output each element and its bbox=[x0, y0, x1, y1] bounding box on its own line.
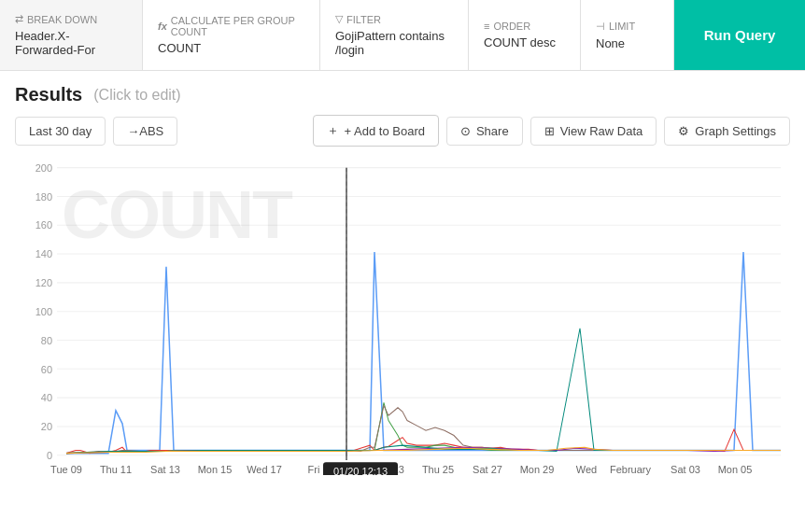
filter-label: ▽ FILTER bbox=[335, 13, 453, 25]
svg-text:Tue 09: Tue 09 bbox=[50, 464, 82, 475]
run-query-button[interactable]: Run Query bbox=[674, 0, 805, 70]
order-icon: ≡ bbox=[484, 21, 489, 32]
x-axis: Tue 09 Thu 11 Sat 13 Mon 15 Wed 17 Fri T… bbox=[50, 168, 752, 475]
order-value: COUNT desc bbox=[484, 35, 565, 49]
order-label: ≡ ORDER bbox=[484, 21, 565, 32]
breakdown-item[interactable]: ⇄ BREAK DOWN Header.X-Forwarded-For bbox=[0, 0, 143, 70]
limit-label: ⊣ LIMIT bbox=[596, 21, 658, 33]
svg-text:February: February bbox=[610, 464, 651, 475]
breakdown-label: ⇄ BREAK DOWN bbox=[15, 13, 127, 25]
toolbar: ⇄ BREAK DOWN Header.X-Forwarded-For fx C… bbox=[0, 0, 805, 71]
svg-text:Sat 13: Sat 13 bbox=[150, 464, 180, 475]
svg-text:Thu 11: Thu 11 bbox=[100, 464, 132, 475]
limit-item[interactable]: ⊣ LIMIT None bbox=[581, 0, 674, 70]
abs-button[interactable]: →ABS bbox=[113, 117, 177, 146]
calculate-item[interactable]: fx CALCULATE PER GROUP COUNT COUNT bbox=[143, 0, 320, 70]
svg-text:80: 80 bbox=[41, 334, 52, 345]
limit-icon: ⊣ bbox=[596, 21, 605, 33]
breakdown-icon: ⇄ bbox=[15, 13, 23, 25]
svg-text:100: 100 bbox=[35, 306, 52, 317]
calculate-label: fx CALCULATE PER GROUP COUNT bbox=[158, 15, 304, 37]
results-header: Results (Click to edit) bbox=[0, 71, 805, 115]
svg-text:140: 140 bbox=[35, 248, 52, 259]
filter-item[interactable]: ▽ FILTER GojiPattern contains /login bbox=[320, 0, 469, 70]
svg-text:Sat 03: Sat 03 bbox=[671, 464, 700, 475]
svg-text:Sat 27: Sat 27 bbox=[473, 464, 502, 475]
plus-icon: ＋ bbox=[327, 122, 339, 139]
table-icon: ⊞ bbox=[544, 124, 555, 138]
svg-text:180: 180 bbox=[35, 190, 52, 202]
gear-icon: ⚙ bbox=[678, 124, 689, 138]
svg-text:20: 20 bbox=[41, 421, 52, 432]
svg-text:Mon 05: Mon 05 bbox=[718, 464, 753, 475]
calculate-value: COUNT bbox=[158, 41, 304, 55]
svg-text:Fri: Fri bbox=[308, 464, 320, 475]
graph-settings-button[interactable]: ⚙ Graph Settings bbox=[664, 117, 790, 146]
filter-value: GojiPattern contains /login bbox=[335, 29, 453, 57]
add-to-board-button[interactable]: ＋ + Add to Board bbox=[313, 115, 439, 147]
svg-text:60: 60 bbox=[41, 363, 52, 374]
share-icon: ⊙ bbox=[460, 124, 471, 138]
view-raw-data-button[interactable]: ⊞ View Raw Data bbox=[530, 117, 657, 146]
tooltip-text: 01/20 12:13 bbox=[333, 466, 388, 475]
svg-text:Wed 17: Wed 17 bbox=[247, 464, 282, 475]
svg-text:0: 0 bbox=[47, 450, 52, 461]
order-item[interactable]: ≡ ORDER COUNT desc bbox=[469, 0, 581, 70]
results-title: Results bbox=[15, 84, 82, 105]
limit-value: None bbox=[596, 36, 658, 50]
svg-text:Wed: Wed bbox=[576, 464, 597, 475]
results-subtitle[interactable]: (Click to edit) bbox=[93, 87, 180, 104]
breakdown-value: Header.X-Forwarded-For bbox=[15, 29, 127, 57]
fx-icon: fx bbox=[158, 21, 167, 32]
svg-text:40: 40 bbox=[41, 392, 52, 403]
svg-text:120: 120 bbox=[35, 277, 52, 288]
share-button[interactable]: ⊙ Share bbox=[446, 117, 523, 146]
chart-svg: 0 20 40 60 80 100 120 140 160 180 200 Tu… bbox=[15, 158, 790, 475]
svg-text:Mon 29: Mon 29 bbox=[520, 464, 555, 475]
chart-container: COUNT 0 20 40 60 80 100 120 140 16 bbox=[15, 158, 790, 475]
action-bar: Last 30 day →ABS ＋ + Add to Board ⊙ Shar… bbox=[0, 115, 805, 158]
svg-text:200: 200 bbox=[35, 162, 52, 174]
filter-icon: ▽ bbox=[335, 13, 343, 25]
last30-button[interactable]: Last 30 day bbox=[15, 117, 106, 146]
svg-text:160: 160 bbox=[35, 219, 52, 231]
series-blue bbox=[66, 252, 781, 454]
svg-text:Mon 15: Mon 15 bbox=[198, 464, 233, 475]
svg-text:Thu 25: Thu 25 bbox=[422, 464, 454, 475]
y-axis: 0 20 40 60 80 100 120 140 160 180 200 bbox=[35, 162, 781, 461]
